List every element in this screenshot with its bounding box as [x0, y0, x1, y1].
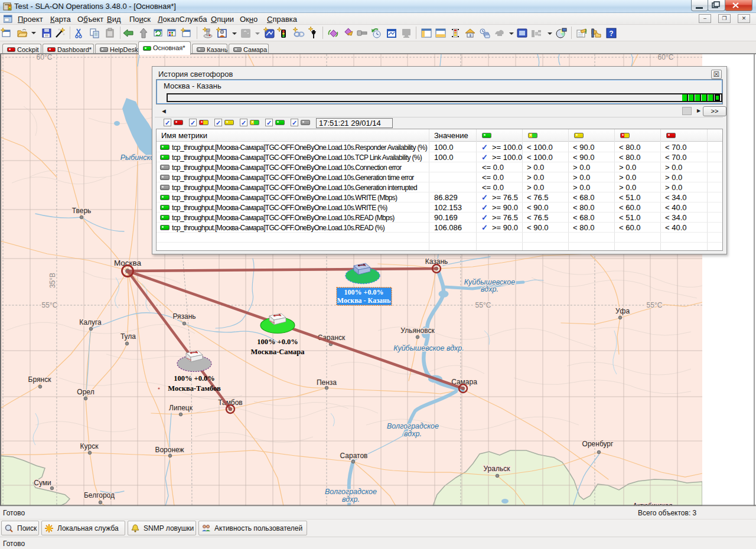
svg-text:Волгоградское: Волгоградское	[387, 422, 439, 430]
svg-text:?: ?	[609, 30, 613, 38]
svg-text:Ульяновск: Ульяновск	[400, 326, 435, 335]
svg-text:Рязань: Рязань	[172, 312, 195, 321]
svg-text:Москва-Самара: Москва-Самара	[251, 348, 305, 356]
svg-text:60°С: 60°С	[37, 54, 53, 61]
svg-text:Суми: Суми	[34, 479, 51, 487]
svg-text:Москва-Тамбов: Москва-Тамбов	[168, 384, 221, 393]
svg-text:Уфа: Уфа	[615, 307, 630, 315]
svg-text:Курск: Курск	[80, 442, 99, 450]
svg-text:Брянск: Брянск	[28, 375, 52, 384]
svg-text:Липецк: Липецк	[169, 404, 193, 412]
svg-text:Волгоградское: Волгоградское	[325, 488, 377, 496]
svg-text:35°В: 35°В	[48, 273, 57, 288]
svg-text:55°С: 55°С	[647, 301, 663, 309]
svg-text:вдхр.: вдхр.	[342, 495, 360, 504]
svg-text:Тверь: Тверь	[72, 207, 92, 215]
svg-text:Саратов: Саратов	[340, 452, 368, 460]
svg-text:100% +0.0%: 100% +0.0%	[174, 374, 215, 383]
svg-text:Оренбург: Оренбург	[582, 440, 614, 448]
svg-text:100% +0.0%: 100% +0.0%	[257, 338, 298, 346]
svg-text:55°С: 55°С	[475, 301, 491, 309]
svg-text:Калуга: Калуга	[79, 318, 102, 326]
svg-text:вдхр.: вдхр.	[404, 430, 422, 438]
svg-text:Воронеж: Воронеж	[155, 446, 184, 454]
svg-text:100% +0.0%: 100% +0.0%	[344, 288, 384, 296]
svg-text:Пенза: Пенза	[317, 378, 337, 387]
svg-text:Москва - Казань: Москва - Казань	[337, 296, 391, 305]
svg-text:55°С: 55°С	[42, 301, 58, 309]
svg-text:60°С: 60°С	[658, 54, 674, 61]
svg-text:Куйбышевское вдхр.: Куйбышевское вдхр.	[393, 344, 464, 352]
svg-text:Орел: Орел	[77, 388, 94, 396]
svg-text:вдхр.: вдхр.	[481, 285, 498, 293]
svg-text:Уральск: Уральск	[484, 465, 511, 473]
svg-text:Белгород: Белгород	[84, 491, 115, 499]
svg-text:Тула: Тула	[120, 332, 136, 341]
